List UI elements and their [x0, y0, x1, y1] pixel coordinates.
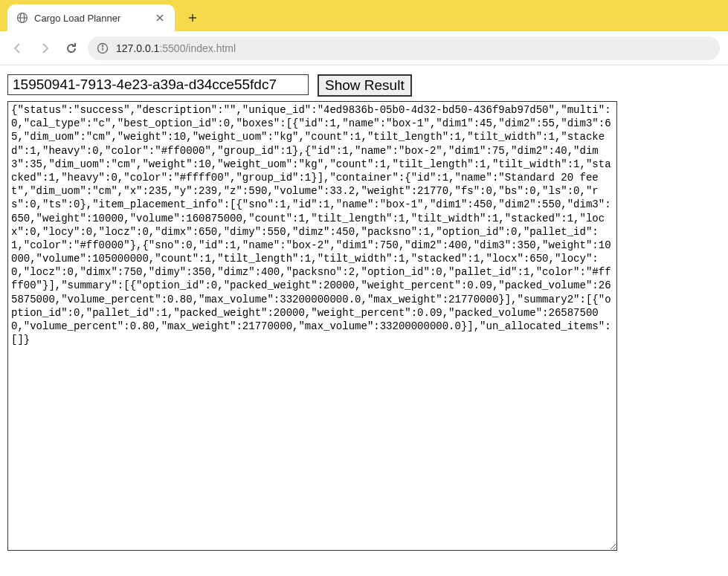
close-icon[interactable] — [154, 12, 166, 24]
control-row: Show Result — [7, 74, 721, 97]
url-text: 127.0.0.1:5500/index.html — [116, 42, 236, 54]
back-button[interactable] — [7, 38, 28, 59]
new-tab-button[interactable] — [182, 7, 203, 28]
browser-toolbar: 127.0.0.1:5500/index.html — [0, 31, 728, 65]
address-bar[interactable]: 127.0.0.1:5500/index.html — [88, 36, 720, 60]
result-textarea[interactable] — [7, 101, 617, 551]
tab-title: Cargo Load Planner — [34, 13, 148, 24]
show-result-button[interactable]: Show Result — [318, 74, 412, 97]
browser-tab-strip: Cargo Load Planner — [0, 0, 728, 31]
id-input[interactable] — [7, 74, 309, 95]
browser-tab[interactable]: Cargo Load Planner — [7, 4, 175, 31]
forward-button[interactable] — [34, 38, 55, 59]
url-host: 127.0.0.1 — [116, 42, 159, 54]
url-path: :5500/index.html — [159, 42, 236, 54]
page-content: Show Result — [0, 65, 728, 563]
globe-icon — [16, 12, 28, 24]
svg-point-9 — [102, 45, 103, 46]
reload-button[interactable] — [61, 38, 82, 59]
info-icon — [97, 42, 109, 54]
